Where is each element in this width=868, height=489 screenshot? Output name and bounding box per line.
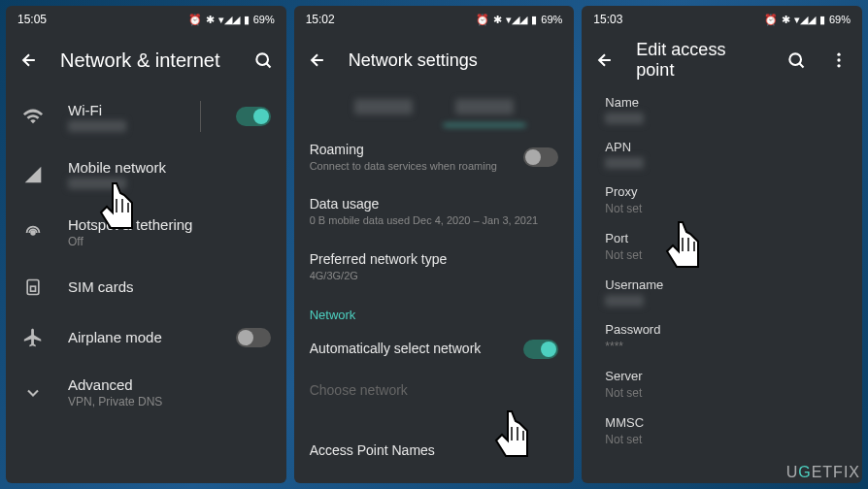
status-time: 15:03: [593, 13, 622, 26]
field-value: Not set: [605, 202, 839, 215]
field-name[interactable]: Name: [582, 87, 862, 132]
roaming-title: Roaming: [310, 142, 524, 157]
choose-network-title: Choose network: [310, 382, 559, 398]
auto-select-title: Automatically select network: [310, 341, 524, 356]
field-server[interactable]: Server Not set: [582, 361, 862, 408]
signal-icon: ▾◢◢: [506, 14, 527, 26]
field-password[interactable]: Password ****: [582, 314, 862, 361]
airplane-mode-row[interactable]: Airplane mode: [6, 312, 286, 363]
screen-network-settings: 15:02 ⏰ ✱ ▾◢◢ ▮ 69% Network settings Roa…: [294, 6, 575, 483]
field-label: APN: [605, 140, 839, 154]
field-label: Password: [605, 322, 839, 337]
svg-point-0: [256, 53, 268, 65]
sim-icon: [21, 276, 45, 299]
advanced-subtitle: VPN, Private DNS: [68, 395, 271, 408]
status-icons: ⏰ ✱ ▾◢◢ ▮ 69%: [476, 14, 562, 26]
mobile-network-title: Mobile network: [68, 159, 271, 176]
watermark: UGETFIX: [786, 464, 860, 481]
status-icons: ⏰ ✱ ▾◢◢ ▮ 69%: [188, 14, 275, 26]
header: Network settings: [294, 33, 575, 87]
hotspot-icon: [21, 221, 45, 244]
field-value: ****: [605, 340, 839, 353]
airplane-title: Airplane mode: [68, 329, 213, 345]
field-value: [605, 295, 644, 307]
roaming-subtitle: Connect to data services when roaming: [310, 159, 524, 173]
settings-list: Roaming Connect to data services when ro…: [294, 130, 575, 483]
bluetooth-icon: ✱: [493, 14, 502, 26]
advanced-row[interactable]: Advanced VPN, Private DNS: [6, 363, 286, 422]
svg-point-5: [837, 53, 840, 56]
page-title: Network settings: [349, 50, 563, 71]
search-button[interactable]: [251, 49, 275, 72]
field-apn[interactable]: APN: [582, 132, 862, 177]
sim-cards-row[interactable]: SIM cards: [6, 262, 286, 312]
roaming-row[interactable]: Roaming Connect to data services when ro…: [294, 130, 575, 184]
tab-sim2[interactable]: [434, 87, 535, 126]
field-value: Not set: [605, 386, 839, 400]
svg-point-1: [31, 231, 35, 235]
apn-field-list: Name APN Proxy Not set Port Not set User…: [582, 87, 862, 483]
back-button[interactable]: [17, 49, 41, 72]
battery-icon: ▮: [531, 14, 537, 26]
status-icons: ⏰ ✱ ▾◢◢ ▮ 69%: [764, 14, 851, 26]
signal-icon: ▾◢◢: [218, 14, 240, 26]
mobile-network-subtitle: [68, 178, 126, 189]
alarm-icon: ⏰: [764, 14, 778, 26]
chevron-down-icon: [21, 381, 45, 405]
preferred-network-row[interactable]: Preferred network type 4G/3G/2G: [294, 240, 575, 294]
apn-row[interactable]: Access Point Names: [294, 431, 575, 472]
auto-select-toggle[interactable]: [523, 340, 558, 359]
mobile-network-row[interactable]: Mobile network: [6, 146, 286, 203]
hotspot-subtitle: Off: [68, 235, 271, 248]
wifi-icon: [21, 105, 45, 128]
divider: [200, 101, 201, 132]
airplane-toggle[interactable]: [236, 328, 271, 347]
back-button[interactable]: [306, 49, 329, 72]
network-section-header: Network: [294, 294, 575, 328]
back-button[interactable]: [593, 49, 617, 72]
wifi-row[interactable]: Wi-Fi: [6, 87, 286, 146]
auto-select-network-row[interactable]: Automatically select network: [294, 328, 575, 371]
header: Edit access point: [582, 33, 862, 87]
field-username[interactable]: Username: [582, 270, 862, 314]
choose-network-row: Choose network: [294, 371, 575, 411]
field-proxy[interactable]: Proxy Not set: [582, 177, 862, 223]
screen-edit-access-point: 15:03 ⏰ ✱ ▾◢◢ ▮ 69% Edit access point Na…: [582, 6, 862, 483]
svg-point-7: [837, 64, 840, 67]
battery-icon: ▮: [819, 14, 825, 26]
search-button[interactable]: [785, 49, 808, 72]
wifi-toggle[interactable]: [236, 107, 271, 126]
field-label: MMSC: [605, 415, 839, 430]
field-value: Not set: [605, 248, 839, 262]
preferred-network-title: Preferred network type: [310, 251, 559, 267]
data-usage-title: Data usage: [310, 196, 559, 212]
header: Network & internet: [6, 33, 286, 87]
airplane-icon: [21, 326, 45, 349]
data-usage-row[interactable]: Data usage 0 B mobile data used Dec 4, 2…: [294, 184, 575, 239]
status-bar: 15:05 ⏰ ✱ ▾◢◢ ▮ 69%: [6, 6, 286, 33]
svg-point-4: [789, 53, 801, 65]
field-value: Not set: [605, 433, 839, 446]
status-bar: 15:03 ⏰ ✱ ▾◢◢ ▮ 69%: [582, 6, 862, 33]
status-bar: 15:02 ⏰ ✱ ▾◢◢ ▮ 69%: [294, 6, 575, 33]
battery-percent: 69%: [829, 14, 851, 25]
signal-icon: ▾◢◢: [794, 14, 816, 26]
more-button[interactable]: [827, 49, 851, 72]
svg-point-6: [837, 58, 840, 61]
roaming-toggle[interactable]: [523, 147, 558, 167]
field-label: Server: [605, 369, 839, 383]
wifi-title: Wi-Fi: [68, 102, 165, 118]
field-label: Port: [605, 231, 839, 245]
field-label: Username: [605, 277, 839, 292]
hotspot-title: Hotspot & tethering: [68, 216, 271, 233]
sim-title: SIM cards: [68, 278, 271, 295]
hotspot-row[interactable]: Hotspot & tethering Off: [6, 203, 286, 262]
screen-network-internet: 15:05 ⏰ ✱ ▾◢◢ ▮ 69% Network & internet W…: [6, 6, 286, 483]
page-title: Edit access point: [636, 40, 765, 81]
tab-sim1[interactable]: [333, 87, 434, 126]
field-mmsc[interactable]: MMSC Not set: [582, 408, 862, 454]
status-time: 15:05: [17, 13, 47, 26]
field-port[interactable]: Port Not set: [582, 223, 862, 270]
data-usage-subtitle: 0 B mobile data used Dec 4, 2020 – Jan 3…: [310, 213, 559, 227]
wifi-ssid: [68, 120, 126, 132]
